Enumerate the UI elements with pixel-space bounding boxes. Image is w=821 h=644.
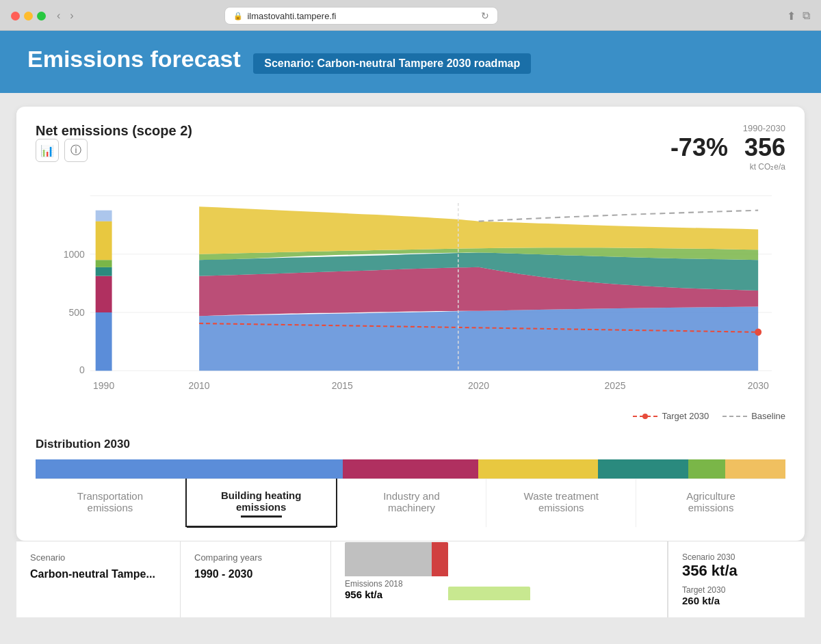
scenario-2030-label: Scenario 2030 xyxy=(682,552,791,562)
svg-rect-15 xyxy=(96,267,112,276)
forward-button[interactable]: › xyxy=(67,10,76,22)
scenario-value: Carbon-neutral Tampe... xyxy=(30,568,166,580)
share-button[interactable]: ⬆ xyxy=(787,10,796,23)
svg-rect-14 xyxy=(96,276,112,312)
category-transportation[interactable]: Transportationemissions xyxy=(36,479,185,527)
scenario-section: Scenario Carbon-neutral Tampe... xyxy=(16,541,181,617)
dist-agriculture xyxy=(688,459,726,479)
chart-svg: 1000 500 0 1990 2010 2015 2020 2025 2030 xyxy=(36,181,785,400)
dist-industry xyxy=(478,459,598,479)
svg-text:2030: 2030 xyxy=(748,380,769,392)
page-header: Emissions forecast Scenario: Carbon-neut… xyxy=(0,31,821,93)
stat-change: -73% xyxy=(670,134,728,161)
category-cards: Transportationemissions Building heating… xyxy=(36,479,785,527)
baseline-line-icon xyxy=(722,416,747,417)
card-header: Net emissions (scope 2) 📊 ⓘ 1990-2030 -7… xyxy=(36,123,785,173)
page-title: Emissions forecast xyxy=(27,46,241,72)
chart-view-button[interactable]: 📊 xyxy=(36,139,59,162)
scenario-2030-value: 356 kt/a xyxy=(682,562,791,580)
distribution-section: Distribution 2030 xyxy=(36,438,785,479)
distribution-bar xyxy=(36,459,785,479)
years-section: Comparing years 1990 - 2030 xyxy=(181,541,331,617)
page-content: Net emissions (scope 2) 📊 ⓘ 1990-2030 -7… xyxy=(0,93,821,631)
category-waste-label: Waste treatmentemissions xyxy=(524,490,599,513)
category-industry-label: Industry andmachinery xyxy=(383,490,440,513)
back-button[interactable]: ‹ xyxy=(54,10,63,22)
card-title: Net emissions (scope 2) xyxy=(36,123,192,139)
reload-button[interactable]: ↻ xyxy=(481,10,489,21)
emissions-2018-value: 956 kt/a xyxy=(345,589,448,600)
dist-building xyxy=(343,459,478,479)
url-text: ilmastovahti.tampere.fi xyxy=(247,11,336,21)
svg-text:2010: 2010 xyxy=(189,380,210,392)
scenario-label: Scenario xyxy=(30,552,166,563)
nav-buttons: ‹ › xyxy=(54,10,77,22)
target-2030-value: 260 kt/a xyxy=(682,595,791,606)
svg-text:1000: 1000 xyxy=(64,249,85,260)
lock-icon: 🔒 xyxy=(233,12,243,21)
svg-point-20 xyxy=(755,328,761,336)
emissions-bar-section: Emissions 2018 956 kt/a xyxy=(331,541,668,617)
stats-row: -73% 356 xyxy=(670,133,785,162)
stat-period: 1990-2030 xyxy=(670,123,785,133)
target-2030-label: Target 2030 xyxy=(682,585,791,595)
target-label: Target 2030 xyxy=(662,411,709,421)
scenario-value-section: Scenario 2030 356 kt/a Target 2030 260 k… xyxy=(668,541,805,617)
browser-chrome: ‹ › 🔒 ilmastovahti.tampere.fi ↻ ⬆ ⧉ xyxy=(0,0,821,31)
bottom-panel: Scenario Carbon-neutral Tampe... Compari… xyxy=(16,541,805,617)
minimize-button[interactable] xyxy=(24,12,33,21)
maximize-button[interactable] xyxy=(37,12,46,21)
chart-legend: Target 2030 Baseline xyxy=(36,411,785,421)
distribution-title: Distribution 2030 xyxy=(36,438,785,451)
chart-container: 1000 500 0 1990 2010 2015 2020 2025 2030 xyxy=(36,181,785,400)
category-agriculture-label: Agricultureemissions xyxy=(686,490,735,513)
target-line-icon xyxy=(633,412,657,420)
category-waste[interactable]: Waste treatmentemissions xyxy=(486,479,636,527)
dist-other xyxy=(725,459,785,479)
baseline-label: Baseline xyxy=(751,411,785,421)
svg-rect-16 xyxy=(96,260,112,267)
info-button[interactable]: ⓘ xyxy=(64,139,88,162)
browser-actions: ⬆ ⧉ xyxy=(787,10,810,23)
card-toolbar: 📊 ⓘ xyxy=(36,139,192,162)
tabs-button[interactable]: ⧉ xyxy=(803,10,810,23)
svg-rect-17 xyxy=(96,222,112,260)
card-stats: 1990-2030 -73% 356 kt CO₂e/a xyxy=(670,123,785,172)
category-transportation-label: Transportationemissions xyxy=(77,490,143,513)
years-label: Comparing years xyxy=(194,552,317,563)
card-title-area: Net emissions (scope 2) 📊 ⓘ xyxy=(36,123,192,173)
svg-text:2020: 2020 xyxy=(468,380,489,392)
years-value: 1990 - 2030 xyxy=(194,568,317,580)
svg-text:500: 500 xyxy=(68,307,84,319)
category-building-label: Building heatingemissions xyxy=(221,489,302,513)
emissions-card: Net emissions (scope 2) 📊 ⓘ 1990-2030 -7… xyxy=(16,107,805,541)
svg-rect-13 xyxy=(96,312,112,371)
traffic-lights xyxy=(11,12,46,21)
legend-baseline: Baseline xyxy=(722,411,785,421)
legend-target: Target 2030 xyxy=(633,411,709,421)
svg-text:2025: 2025 xyxy=(604,380,625,392)
svg-text:2015: 2015 xyxy=(332,380,353,392)
category-industry[interactable]: Industry andmachinery xyxy=(337,479,487,527)
scenario-badge: Scenario: Carbon-neutral Tampere 2030 ro… xyxy=(253,53,531,74)
stat-unit: kt CO₂e/a xyxy=(670,162,785,172)
svg-text:1990: 1990 xyxy=(93,380,114,392)
dist-transportation xyxy=(36,459,343,479)
emissions-2018-label: Emissions 2018 xyxy=(345,579,448,589)
close-button[interactable] xyxy=(11,12,20,21)
dist-waste xyxy=(598,459,688,479)
address-bar[interactable]: 🔒 ilmastovahti.tampere.fi ↻ xyxy=(224,7,498,25)
category-agriculture[interactable]: Agricultureemissions xyxy=(636,479,785,527)
svg-rect-18 xyxy=(96,211,112,222)
stat-value: 356 xyxy=(744,133,785,162)
category-building[interactable]: Building heatingemissions xyxy=(185,479,337,527)
svg-text:0: 0 xyxy=(79,364,85,375)
